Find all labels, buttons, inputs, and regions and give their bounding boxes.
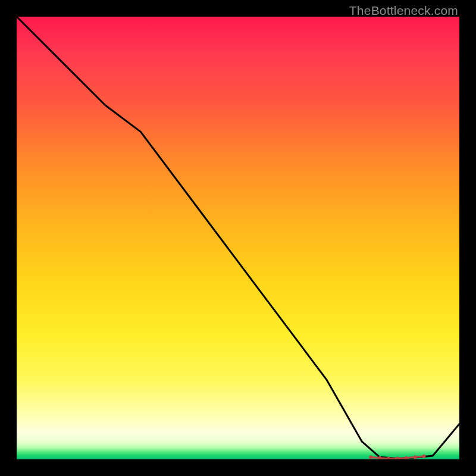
min-marker-dot xyxy=(414,456,416,459)
plot-frame xyxy=(17,17,459,459)
min-marker-dot xyxy=(369,456,372,459)
min-marker-dot xyxy=(378,456,381,459)
min-marker-dot xyxy=(405,456,408,459)
bottleneck-curve xyxy=(17,17,459,459)
chart-stage: TheBottleneck.com xyxy=(0,0,476,476)
min-marker-dot xyxy=(422,455,425,458)
min-marker-dot xyxy=(387,457,390,459)
min-marker-dot xyxy=(396,457,399,459)
watermark-label: TheBottleneck.com xyxy=(349,4,458,18)
plot-area xyxy=(17,17,459,459)
